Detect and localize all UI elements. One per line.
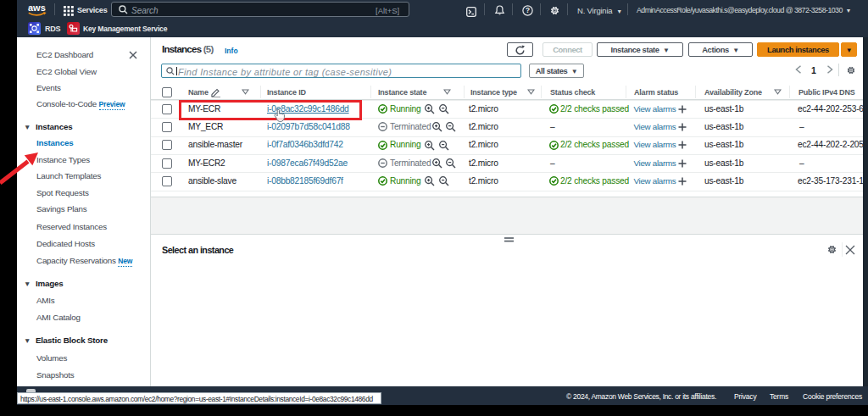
svg-text:?: ? xyxy=(526,6,530,14)
svg-text:aws: aws xyxy=(28,3,46,13)
